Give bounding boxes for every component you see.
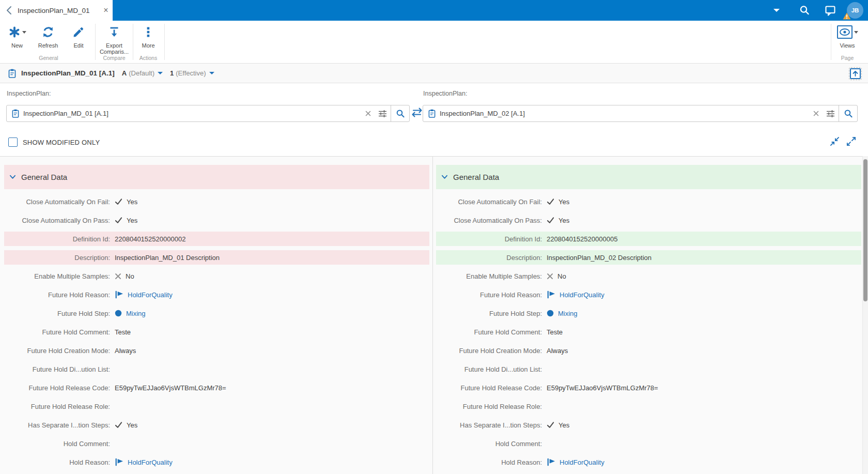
revision-dropdown-caret-icon[interactable] <box>158 72 163 74</box>
check-icon <box>547 421 554 429</box>
field-label: Close Automatically On Fail: <box>436 198 542 206</box>
caret-down-icon <box>773 9 780 12</box>
field-row: Close Automatically On Pass:Yes <box>436 213 861 227</box>
caret-down-icon <box>854 31 858 34</box>
tab-strip: InspectionPlan_MD_01 × <box>0 0 113 21</box>
check-icon <box>115 421 122 429</box>
check-icon <box>115 198 122 205</box>
field-value-link[interactable]: Mixing <box>558 310 578 317</box>
field-value-text: No <box>557 272 566 280</box>
back-button[interactable] <box>0 0 18 21</box>
flag-icon <box>547 458 555 466</box>
check-icon <box>547 421 554 429</box>
left-entity-input[interactable] <box>23 110 362 117</box>
new-button[interactable]: New <box>3 25 31 49</box>
eye-icon <box>837 25 853 39</box>
search-button[interactable] <box>839 105 857 121</box>
field-label: Future Hold Reason: <box>436 291 542 299</box>
field-label: Hold Reason: <box>4 458 110 466</box>
field-value-text: E59pyTwEJJao6VjsWTBmLGzMr78= <box>547 384 658 392</box>
edit-button[interactable]: Edit <box>64 25 93 49</box>
breadcrumb-revision-value: A <box>122 69 127 77</box>
flag-icon <box>115 458 123 466</box>
refresh-button[interactable]: Refresh <box>33 25 63 49</box>
field-label: Description: <box>4 254 110 262</box>
field-row: Future Hold Reason:HoldForQuality <box>436 287 861 302</box>
swap-entities-button[interactable] <box>412 108 422 117</box>
left-entity-picker <box>6 105 410 122</box>
field-value-text: InspectionPlan_MD_01 Description <box>115 254 220 262</box>
collapse-header-button[interactable] <box>850 68 861 79</box>
global-search-button[interactable] <box>798 0 811 21</box>
expand-arrows-icon <box>846 136 856 146</box>
collapse-all-button[interactable] <box>830 136 840 146</box>
tab-close-icon[interactable]: × <box>99 0 113 21</box>
field-label: Future Hold Creation Mode: <box>436 347 542 355</box>
pencil-icon <box>72 26 85 38</box>
asterisk-icon <box>8 26 21 38</box>
views-button[interactable]: Views <box>833 25 862 49</box>
field-label: Hold Reason: <box>436 458 542 466</box>
clear-icon[interactable] <box>362 105 375 121</box>
user-menu-dropdown[interactable] <box>771 0 782 21</box>
check-icon <box>115 421 122 429</box>
toolbar-separator <box>95 24 96 60</box>
field-label: Close Automatically On Fail: <box>4 198 110 206</box>
field-value-link[interactable]: Mixing <box>126 310 146 317</box>
export-comparison-button[interactable]: ExportComparis... <box>97 25 131 55</box>
clear-icon[interactable] <box>810 105 823 121</box>
right-compare-panel: General Data Close Automatically On Fail… <box>436 165 861 473</box>
feedback-button[interactable] <box>824 0 837 21</box>
field-value: Mixing <box>547 310 578 317</box>
field-value: HoldForQuality <box>547 290 605 299</box>
left-selector-label: InspectionPlan: <box>7 90 51 97</box>
check-icon <box>547 217 554 224</box>
field-row: Future Hold Creation Mode:Always <box>4 343 429 358</box>
x-mark-icon <box>547 273 553 280</box>
x-mark-icon <box>115 273 121 280</box>
field-value-link[interactable]: HoldForQuality <box>560 291 605 299</box>
check-icon <box>547 198 554 205</box>
field-value-text: No <box>126 272 134 280</box>
chat-icon <box>825 5 836 16</box>
field-value: E59pyTwEJJao6VjsWTBmLGzMr78= <box>547 384 658 392</box>
expand-all-button[interactable] <box>846 136 856 146</box>
show-modified-checkbox[interactable] <box>8 137 18 147</box>
field-value-text: Yes <box>559 421 569 429</box>
field-value: No <box>547 272 566 280</box>
field-value: Yes <box>547 421 569 429</box>
field-row: Future Hold Comment:Teste <box>4 325 429 339</box>
breadcrumb: InspectionPlan_MD_01 [A.1] A (Default) 1… <box>0 64 868 83</box>
ribbon-toolbar: New Refresh Edit <box>0 21 868 64</box>
field-value-link[interactable]: HoldForQuality <box>128 458 173 466</box>
tab-title[interactable]: InspectionPlan_MD_01 <box>18 7 99 14</box>
user-avatar[interactable]: JB <box>847 2 863 19</box>
right-entity-input[interactable] <box>440 110 810 117</box>
field-value-text: Yes <box>127 421 137 429</box>
field-row: Future Hold Di...ution List: <box>4 362 429 376</box>
field-value: HoldForQuality <box>115 458 173 466</box>
scrollbar-thumb[interactable] <box>863 159 867 301</box>
field-row: Has Separate I...tion Steps:Yes <box>4 418 429 432</box>
more-button[interactable]: More <box>134 25 162 49</box>
filter-sliders-icon[interactable] <box>823 105 839 121</box>
field-value: 2208040152520000005 <box>547 235 617 243</box>
field-label: Hold Comment: <box>436 440 542 448</box>
right-entity-picker <box>423 105 858 122</box>
field-value: Teste <box>547 328 563 336</box>
search-button[interactable] <box>391 105 409 121</box>
version-dropdown-caret-icon[interactable] <box>209 72 214 74</box>
filter-sliders-icon[interactable] <box>375 105 391 121</box>
field-value-link[interactable]: HoldForQuality <box>560 458 605 466</box>
field-value: 2208040152520000002 <box>115 235 185 243</box>
flag-icon <box>115 458 123 466</box>
field-label: Future Hold Release Role: <box>4 403 110 410</box>
field-row: Future Hold Comment:Teste <box>436 325 861 339</box>
toolbar-separator <box>831 24 831 60</box>
search-icon <box>799 5 810 16</box>
field-value-text: Yes <box>559 217 569 224</box>
section-header-general-data[interactable]: General Data <box>436 165 861 189</box>
section-header-general-data[interactable]: General Data <box>4 165 429 189</box>
field-value-link[interactable]: HoldForQuality <box>128 291 173 299</box>
field-row: Hold Comment: <box>436 436 861 451</box>
